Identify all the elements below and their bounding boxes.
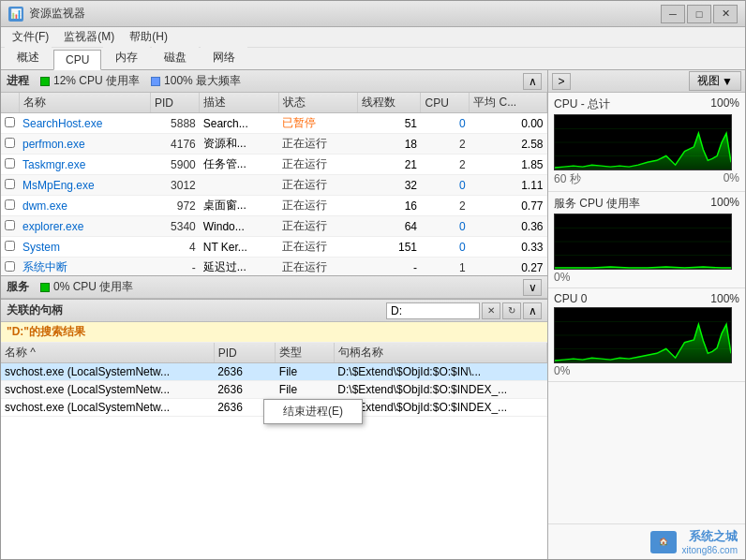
process-check-6[interactable] (1, 237, 19, 258)
menu-monitor[interactable]: 监视器(M) (56, 27, 122, 47)
tab-bar: 概述 CPU 内存 磁盘 网络 (1, 48, 745, 70)
col-name[interactable]: 名称 (19, 93, 151, 113)
services-cpu-text: 0% CPU 使用率 (53, 279, 133, 295)
context-menu-item-end-process[interactable]: 结束进程(E) (264, 400, 362, 423)
handles-expand-button[interactable]: ∧ (523, 302, 542, 319)
process-check-0[interactable] (1, 113, 19, 134)
handles-header[interactable]: 关联的句柄 ✕ ↻ ∧ (1, 300, 547, 322)
handle-name-0: svchost.exe (LocalSystemNetw... (1, 363, 214, 381)
process-avg-5: 0.36 (470, 216, 547, 237)
tab-disk[interactable]: 磁盘 (152, 46, 199, 69)
processes-expand-button[interactable]: ∧ (523, 73, 542, 90)
tab-memory[interactable]: 内存 (103, 46, 150, 69)
process-desc-3 (200, 175, 278, 196)
process-check-3[interactable] (1, 175, 19, 196)
process-status-3: 正在运行 (278, 175, 357, 196)
col-avg[interactable]: 平均 C... (470, 93, 547, 113)
process-row[interactable]: explorer.exe 5340 Windo... 正在运行 64 0 0.3… (1, 216, 547, 237)
process-row[interactable]: Taskmgr.exe 5900 任务管... 正在运行 21 2 1.85 (1, 155, 547, 175)
col-threads[interactable]: 线程数 (357, 93, 421, 113)
services-title: 服务 (7, 279, 29, 295)
process-check-1[interactable] (1, 134, 19, 155)
handle-col-name[interactable]: 名称 ^ (1, 343, 214, 363)
process-name-3: MsMpEng.exe (19, 175, 151, 196)
process-threads-6: 151 (357, 237, 421, 258)
handle-name-1: svchost.exe (LocalSystemNetw... (1, 381, 214, 399)
services-expand-button[interactable]: ∨ (523, 279, 542, 296)
freq-badge-dot (151, 77, 160, 86)
process-name-4: dwm.exe (19, 196, 151, 216)
handle-col-handle[interactable]: 句柄名称 (334, 343, 546, 363)
handle-row[interactable]: svchost.exe (LocalSystemNetw... 2636 Fil… (1, 381, 547, 399)
handles-search-button[interactable]: ↻ (502, 302, 521, 319)
cpu-total-time: 60 秒 0% (554, 171, 739, 187)
title-controls: ─ □ ✕ (661, 5, 738, 23)
col-pid[interactable]: PID (151, 93, 200, 113)
process-status-5: 正在运行 (278, 216, 357, 237)
process-avg-6: 0.33 (470, 237, 547, 258)
app-icon: 📊 (8, 7, 23, 22)
process-desc-2: 任务管... (200, 155, 278, 175)
cpu-badge: 12% CPU 使用率 (40, 73, 140, 89)
menu-file[interactable]: 文件(F) (5, 27, 56, 47)
title-bar-left: 📊 资源监视器 (8, 6, 85, 22)
process-name-0: SearchHost.exe (19, 113, 151, 134)
watermark-site: xitong86.com (682, 545, 738, 555)
process-pid-2: 5900 (151, 155, 200, 175)
close-button[interactable]: ✕ (713, 5, 738, 23)
col-cpu[interactable]: CPU (421, 93, 470, 113)
handles-search-input[interactable] (386, 302, 480, 319)
tab-cpu[interactable]: CPU (53, 50, 101, 70)
services-header[interactable]: 服务 0% CPU 使用率 ∨ (1, 276, 547, 299)
process-threads-5: 64 (357, 216, 421, 237)
col-desc[interactable]: 描述 (200, 93, 278, 113)
col-status[interactable]: 状态 (278, 93, 357, 113)
process-row[interactable]: System 4 NT Ker... 正在运行 151 0 0.33 (1, 237, 547, 258)
process-check-2[interactable] (1, 155, 19, 175)
process-cpu-6: 0 (421, 237, 470, 258)
process-pid-3: 3012 (151, 175, 200, 196)
cpu-total-svg (555, 115, 731, 169)
process-row[interactable]: perfmon.exe 4176 资源和... 正在运行 18 2 2.58 (1, 134, 547, 155)
window-title: 资源监视器 (29, 6, 85, 22)
process-row[interactable]: dwm.exe 972 桌面窗... 正在运行 16 2 0.77 (1, 196, 547, 216)
handle-type-1: File (276, 381, 334, 399)
process-desc-5: Windo... (200, 216, 278, 237)
process-avg-1: 2.58 (470, 134, 547, 155)
minimize-button[interactable]: ─ (661, 5, 685, 23)
freq-badge-text: 100% 最大频率 (164, 73, 241, 89)
services-cpu-label: 服务 CPU 使用率 (554, 196, 640, 212)
tab-overview[interactable]: 概述 (5, 46, 52, 69)
process-avg-4: 0.77 (470, 196, 547, 216)
process-check-4[interactable] (1, 196, 19, 216)
process-pid-0: 5888 (151, 113, 200, 134)
process-threads-2: 21 (357, 155, 421, 175)
handle-row[interactable]: svchost.exe (LocalSystemNetw... 2636 Fil… (1, 363, 547, 381)
process-desc-1: 资源和... (200, 134, 278, 155)
main-content: 进程 12% CPU 使用率 100% 最大频率 ∧ (1, 70, 745, 559)
process-cpu-7: 1 (421, 258, 470, 276)
handle-col-pid[interactable]: PID (214, 343, 276, 363)
process-row[interactable]: SearchHost.exe 5888 Search... 已暂停 51 0 0… (1, 113, 547, 134)
process-row[interactable]: MsMpEng.exe 3012 正在运行 32 0 1.11 (1, 175, 547, 196)
process-threads-4: 16 (357, 196, 421, 216)
menu-help[interactable]: 帮助(H) (122, 27, 175, 47)
process-check-7[interactable] (1, 258, 19, 276)
cpu0-svg (555, 308, 731, 362)
cpu0-label: CPU 0 (554, 292, 587, 305)
watermark-icon: 🏠 (650, 531, 677, 553)
maximize-button[interactable]: □ (687, 5, 711, 23)
process-row[interactable]: 系统中断 - 延迟过... 正在运行 - 1 0.27 (1, 258, 547, 276)
process-status-4: 正在运行 (278, 196, 357, 216)
handles-clear-button[interactable]: ✕ (482, 302, 500, 319)
right-expand-button[interactable]: > (552, 73, 571, 90)
tab-network[interactable]: 网络 (201, 46, 247, 69)
process-cpu-5: 0 (421, 216, 470, 237)
services-cpu-graph (554, 214, 732, 270)
handle-col-type[interactable]: 类型 (276, 343, 334, 363)
process-check-5[interactable] (1, 216, 19, 237)
col-check[interactable] (1, 93, 19, 113)
cpu-total-graph (554, 114, 732, 170)
view-button[interactable]: 视图 ▼ (689, 71, 741, 91)
processes-header[interactable]: 进程 12% CPU 使用率 100% 最大频率 ∧ (1, 70, 547, 93)
